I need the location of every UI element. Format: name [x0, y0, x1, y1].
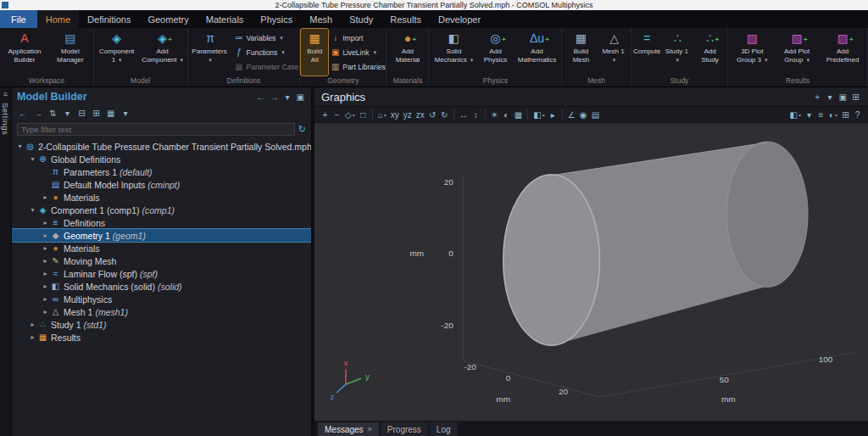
layout-menu-icon[interactable]: ▾ [825, 90, 836, 103]
tree-collapsed-arrow-icon[interactable]: ▸ [41, 193, 50, 201]
ribbon-button-3d-plot-group-3[interactable]: ▧3D Plot Group 3 ▾ [729, 29, 775, 75]
tree-item-materials[interactable]: ▸●Materials [12, 191, 311, 204]
menu-tab-developer[interactable]: Developer [430, 10, 489, 28]
tree-item-parameters-1[interactable]: πParameters 1(default) [12, 165, 311, 178]
tree-collapsed-arrow-icon[interactable]: ▸ [41, 295, 50, 303]
rotate-cw-icon[interactable]: ↻ [439, 108, 450, 121]
ribbon-button-add-study[interactable]: ∴+Add Study [693, 29, 726, 75]
zoom-in-icon[interactable]: + [320, 108, 331, 121]
ribbon-button-solid-mechanics[interactable]: ◧Solid Mechanics ▾ [430, 29, 477, 75]
select-icon[interactable]: ▸ [548, 108, 559, 121]
scene-settings-icon[interactable]: ≡ [815, 108, 826, 121]
tree-item-solid-mechanics-solid[interactable]: ▸◧Solid Mechanics (solid)(solid) [12, 280, 311, 293]
tree-collapsed-arrow-icon[interactable]: ▸ [41, 232, 50, 239]
pin-panel-icon[interactable]: ▣ [295, 90, 306, 103]
wireframe-icon[interactable]: ▦ [513, 108, 524, 121]
menu-tab-geometry[interactable]: Geometry [139, 10, 197, 28]
menu-tab-physics[interactable]: Physics [252, 10, 301, 28]
ribbon-button-application-builder[interactable]: AApplication Builder [1, 29, 48, 75]
ribbon-button-add-plot-group[interactable]: ▧+Add Plot Group ▾ [775, 29, 819, 75]
view-menu-icon[interactable]: ▾ [804, 108, 815, 121]
environment-icon[interactable]: ◐▾ [827, 108, 839, 121]
menu-tab-results[interactable]: Results [381, 10, 430, 28]
menu-tab-materials[interactable]: Materials [198, 10, 253, 28]
tree-item-materials[interactable]: ▸●Materials [12, 242, 311, 254]
tree-collapsed-arrow-icon[interactable]: ▸ [41, 282, 50, 290]
ribbon-button-compute[interactable]: =Compute [632, 29, 662, 75]
ribbon-button-functions[interactable]: ƒFunctions▾ [232, 45, 299, 59]
close-tab-icon[interactable]: × [368, 425, 372, 433]
tab-log[interactable]: Log [430, 422, 458, 436]
transparency-icon[interactable]: ◐ [501, 108, 512, 121]
tree-item-definitions[interactable]: ▸≡Definitions [12, 216, 311, 229]
tree-item-2-collapsible-tube-pressure-chamber-transient-partially-solved-mph[interactable]: ▾◎2-Collapsible Tube Pressure Chamber Tr… [12, 140, 311, 153]
more-options-icon[interactable]: ▾ [120, 107, 131, 120]
tree-collapsed-arrow-icon[interactable]: ▸ [28, 333, 37, 341]
tree-collapsed-arrow-icon[interactable]: ▸ [41, 244, 50, 252]
tree-expanded-arrow-icon[interactable]: ▾ [28, 206, 37, 214]
tree-item-moving-mesh[interactable]: ▸✎Moving Mesh [12, 254, 311, 267]
ribbon-button-add-component[interactable]: ◈+Add Component ▾ [139, 29, 186, 75]
tree-item-mesh-1[interactable]: ▸△Mesh 1(mesh1) [12, 305, 311, 318]
zoom-box-icon[interactable]: □ [358, 108, 369, 121]
tab-progress[interactable]: Progress [381, 422, 428, 436]
ribbon-button-build-all[interactable]: ▦Build All [301, 29, 328, 75]
ribbon-button-parameter-case[interactable]: ▦Parameter Case [232, 59, 299, 74]
tree-collapsed-arrow-icon[interactable]: ▸ [41, 257, 50, 265]
measure-icon[interactable]: ∠ [566, 108, 577, 121]
ribbon-button-mesh-1[interactable]: △Mesh 1 ▾ [598, 29, 629, 75]
tree-item-geometry-1[interactable]: ▸◆Geometry 1(geom1) [12, 229, 311, 242]
back-icon[interactable]: ← [255, 90, 267, 103]
help-icon[interactable]: ? [852, 108, 863, 121]
tree-expanded-arrow-icon[interactable]: ▾ [28, 155, 37, 163]
tree-item-global-definitions[interactable]: ▾⊕Global Definitions [12, 153, 311, 165]
view-xy-plane-icon[interactable]: xy [389, 108, 401, 121]
nav-back-icon[interactable]: ← [17, 107, 29, 120]
tab-messages[interactable]: Messages× [318, 422, 379, 436]
tree-view-icon[interactable]: ▦ [105, 107, 116, 120]
node-options-icon[interactable]: ▾ [62, 107, 73, 120]
tree-item-default-model-inputs[interactable]: ▤Default Model Inputs(cminpt) [12, 178, 311, 191]
maximize-panel-icon[interactable]: ⊞ [850, 90, 861, 103]
ribbon-button-import[interactable]: ↓Import [328, 31, 385, 45]
ribbon-button-part-libraries[interactable]: ▥Part Libraries [328, 59, 385, 74]
tree-expanded-arrow-icon[interactable]: ▾ [15, 143, 25, 150]
expand-all-icon[interactable]: ⊞ [91, 107, 102, 120]
menu-tab-home[interactable]: Home [37, 10, 79, 28]
ribbon-button-add-mathematics[interactable]: Δu+Add Mathematics [513, 29, 560, 75]
rotate-ccw-icon[interactable]: ↺ [427, 108, 438, 121]
tree-collapsed-arrow-icon[interactable]: ▸ [28, 321, 37, 328]
tree-collapsed-arrow-icon[interactable]: ▸ [41, 270, 50, 277]
view-yz-plane-icon[interactable]: yz [402, 108, 414, 121]
float-panel-icon[interactable]: ▣ [837, 90, 849, 103]
tree-collapsed-arrow-icon[interactable]: ▸ [41, 219, 50, 226]
panel-menu-icon[interactable]: ▾ [282, 90, 293, 103]
scene-3d[interactable]: 200-20mm-20020mm50100mmxyz [314, 123, 868, 421]
ribbon-button-variables[interactable]: ≔Variables▾ [232, 31, 299, 45]
ribbon-button-add-material[interactable]: ●+Add Material [387, 29, 427, 75]
tree-item-multiphysics[interactable]: ▸∞Multiphysics [12, 293, 311, 305]
forward-icon[interactable]: → [269, 90, 281, 103]
ribbon-button-add-physics[interactable]: ◎+Add Physics [477, 29, 513, 75]
ribbon-button-add-predefined-plot[interactable]: ▨+Add Predefined Plot [819, 29, 866, 75]
ribbon-button-component-1[interactable]: ◈Component 1 ▾ [95, 29, 139, 75]
fullscreen-icon[interactable]: ⊞ [840, 108, 851, 121]
zoom-extents-icon[interactable]: ◇▾ [343, 108, 357, 121]
tree-item-results[interactable]: ▸▦Results [12, 331, 311, 344]
add-window-icon[interactable]: + [812, 90, 823, 103]
menu-tab-file[interactable]: File [0, 10, 37, 28]
color-theme-icon[interactable]: ◧▾ [787, 108, 802, 121]
menu-tab-study[interactable]: Study [341, 10, 381, 28]
menu-tab-definitions[interactable]: Definitions [79, 10, 139, 28]
clipping-icon[interactable]: ◧▾ [531, 108, 546, 121]
nav-forward-icon[interactable]: → [32, 107, 44, 120]
ribbon-button-model-manager[interactable]: ▤Model Manager [48, 29, 92, 75]
cylinder-right-cap[interactable] [726, 142, 808, 288]
tree-collapsed-arrow-icon[interactable]: ▸ [41, 308, 50, 316]
filter-input[interactable] [17, 123, 295, 136]
ribbon-button-livelink[interactable]: ▣LiveLink▾ [328, 45, 385, 59]
snapshot-icon[interactable]: ◉ [578, 108, 589, 121]
tilt-icon[interactable]: ↕ [470, 108, 481, 121]
tree-item-component-1-comp1[interactable]: ▾◈Component 1 (comp1)(comp1) [12, 204, 311, 216]
scene-light-icon[interactable]: ☀ [489, 108, 500, 121]
